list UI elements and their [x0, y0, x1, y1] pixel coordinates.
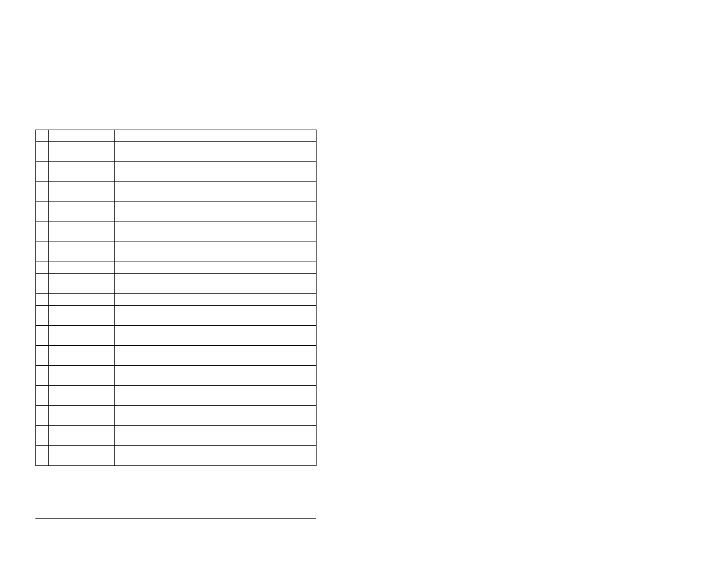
table-row [36, 346, 317, 366]
table-cell [49, 222, 115, 242]
table-cell [115, 294, 317, 306]
table-cell [49, 326, 115, 346]
table-cell [115, 182, 317, 202]
table-row [36, 386, 317, 406]
table-cell [115, 130, 317, 142]
table-cell [36, 222, 49, 242]
table-row [36, 182, 317, 202]
table-cell [115, 406, 317, 426]
table-cell [115, 346, 317, 366]
table-cell [115, 242, 317, 262]
table-cell [49, 162, 115, 182]
table-cell [115, 326, 317, 346]
table-cell [49, 242, 115, 262]
table-row [36, 202, 317, 222]
table-row [36, 446, 317, 466]
document-page [0, 0, 728, 562]
table-cell [36, 262, 49, 274]
table-cell [49, 274, 115, 294]
table-row [36, 162, 317, 182]
table-cell [115, 162, 317, 182]
table-cell [49, 426, 115, 446]
horizontal-rule [35, 518, 316, 519]
table-cell [115, 222, 317, 242]
table-row [36, 326, 317, 346]
table-row [36, 130, 317, 142]
table-cell [36, 274, 49, 294]
table-row [36, 294, 317, 306]
table-cell [49, 294, 115, 306]
table-row [36, 142, 317, 162]
table-cell [115, 306, 317, 326]
table-row [36, 426, 317, 446]
table-cell [49, 130, 115, 142]
table-cell [36, 306, 49, 326]
table-cell [49, 346, 115, 366]
table-cell [49, 262, 115, 274]
table-cell [36, 446, 49, 466]
table-cell [115, 202, 317, 222]
table-cell [115, 366, 317, 386]
table-cell [36, 162, 49, 182]
table-cell [36, 242, 49, 262]
table-row [36, 306, 317, 326]
table-cell [115, 142, 317, 162]
table-cell [36, 406, 49, 426]
table-cell [36, 386, 49, 406]
table-row [36, 274, 317, 294]
table-cell [49, 202, 115, 222]
table-row [36, 262, 317, 274]
table-cell [36, 182, 49, 202]
data-table [35, 130, 317, 466]
table-cell [36, 142, 49, 162]
table-cell [49, 406, 115, 426]
table-cell [115, 262, 317, 274]
table-cell [115, 446, 317, 466]
table-row [36, 406, 317, 426]
table-cell [49, 182, 115, 202]
table-row [36, 366, 317, 386]
table-cell [36, 346, 49, 366]
table-cell [36, 130, 49, 142]
table-cell [49, 306, 115, 326]
table-cell [49, 142, 115, 162]
table-cell [115, 426, 317, 446]
table-row [36, 242, 317, 262]
table-cell [115, 274, 317, 294]
table-cell [36, 366, 49, 386]
table-cell [115, 386, 317, 406]
table-cell [49, 446, 115, 466]
table-cell [36, 426, 49, 446]
table-cell [49, 366, 115, 386]
table-cell [36, 294, 49, 306]
table-cell [49, 386, 115, 406]
table-cell [36, 202, 49, 222]
table-row [36, 222, 317, 242]
table-cell [36, 326, 49, 346]
